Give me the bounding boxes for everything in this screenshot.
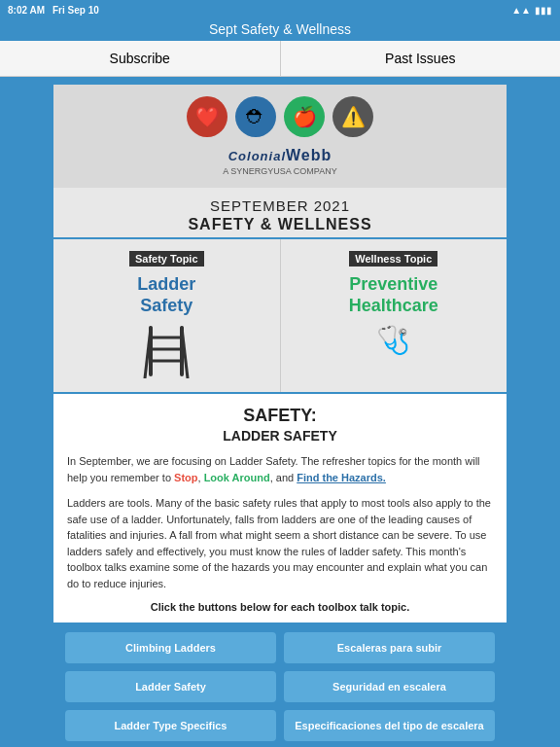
ladder-safety-spanish-button[interactable]: Seguridad en escalera <box>284 671 495 702</box>
apple-icon: 🍎 <box>284 96 325 137</box>
header-section: ❤️ ⛑ 🍎 ⚠️ ColonialWebb A SYNERGYUSA COMP… <box>53 85 507 188</box>
status-icons: ▲▲ ▮▮▮ <box>511 5 552 16</box>
wellness-topic-title: PreventiveHealthcare <box>291 274 498 316</box>
climbing-ladders-english-button[interactable]: Climbing Ladders <box>65 632 276 663</box>
status-day: Fri Sep 10 <box>52 5 99 16</box>
status-time: 8:02 AM <box>8 5 45 16</box>
wellness-topic-label: Wellness Topic <box>349 251 438 267</box>
click-instruction: Click the buttons below for each toolbox… <box>67 601 493 613</box>
safety-topic-label: Safety Topic <box>129 251 204 267</box>
safety-paragraph-1: In September, we are focusing on Ladder … <box>67 453 493 485</box>
month-title-section: SEPTEMBER 2021 SAFETY & WELLNESS <box>53 188 507 239</box>
subscribe-nav[interactable]: Subscribe <box>0 41 281 76</box>
month-title: SEPTEMBER 2021 <box>53 197 507 214</box>
section-subheading: LADDER SAFETY <box>67 428 493 444</box>
wifi-icon: ▲▲ <box>511 5 531 16</box>
stethoscope-icon: 🩺 <box>291 324 498 356</box>
company-subtitle: A SYNERGYUSA COMPANY <box>63 166 497 176</box>
warning-icon: ⚠️ <box>332 96 373 137</box>
ladder-icon <box>63 324 270 378</box>
email-container: ❤️ ⛑ 🍎 ⚠️ ColonialWebb A SYNERGYUSA COMP… <box>53 85 507 747</box>
safety-topic-box: Safety Topic LadderSafety <box>53 239 281 392</box>
heart-icon: ❤️ <box>187 96 228 137</box>
topics-row: Safety Topic LadderSafety Wellness Topi <box>53 239 507 394</box>
ladder-type-english-button[interactable]: Ladder Type Specifics <box>65 710 276 741</box>
app-title: Sept Safety & Wellness <box>209 21 351 37</box>
buttons-row-1: Climbing Ladders Escaleras para subir <box>65 632 495 663</box>
ladder-safety-english-button[interactable]: Ladder Safety <box>65 671 276 702</box>
status-bar: 8:02 AM Fri Sep 10 ▲▲ ▮▮▮ <box>0 0 560 19</box>
nav-bar: Subscribe Past Issues <box>0 41 560 77</box>
safety-topic-title: LadderSafety <box>63 274 270 316</box>
battery-icon: ▮▮▮ <box>535 5 552 16</box>
main-body: SAFETY: LADDER SAFETY In September, we a… <box>53 394 507 613</box>
ladder-type-spanish-button[interactable]: Especificaciones del tipo de escalera <box>284 710 495 741</box>
buttons-row-3: Ladder Type Specifics Especificaciones d… <box>65 710 495 741</box>
safety-paragraph-2: Ladders are tools. Many of the basic saf… <box>67 495 493 591</box>
past-issues-nav[interactable]: Past Issues <box>281 41 561 76</box>
title-bar: Sept Safety & Wellness <box>0 19 560 41</box>
month-subtitle: SAFETY & WELLNESS <box>53 216 507 233</box>
content-area: ❤️ ⛑ 🍎 ⚠️ ColonialWebb A SYNERGYUSA COMP… <box>0 77 560 747</box>
section-heading: SAFETY: <box>67 406 493 426</box>
helmet-icon: ⛑ <box>235 96 276 137</box>
icons-row: ❤️ ⛑ 🍎 ⚠️ <box>63 96 497 137</box>
company-name: ColonialWebb <box>63 145 497 165</box>
climbing-ladders-spanish-button[interactable]: Escaleras para subir <box>284 632 495 663</box>
wellness-topic-box: Wellness Topic PreventiveHealthcare 🩺 <box>281 239 508 392</box>
buttons-row-2: Ladder Safety Seguridad en escalera <box>65 671 495 702</box>
buttons-section: Climbing Ladders Escaleras para subir La… <box>53 622 507 747</box>
